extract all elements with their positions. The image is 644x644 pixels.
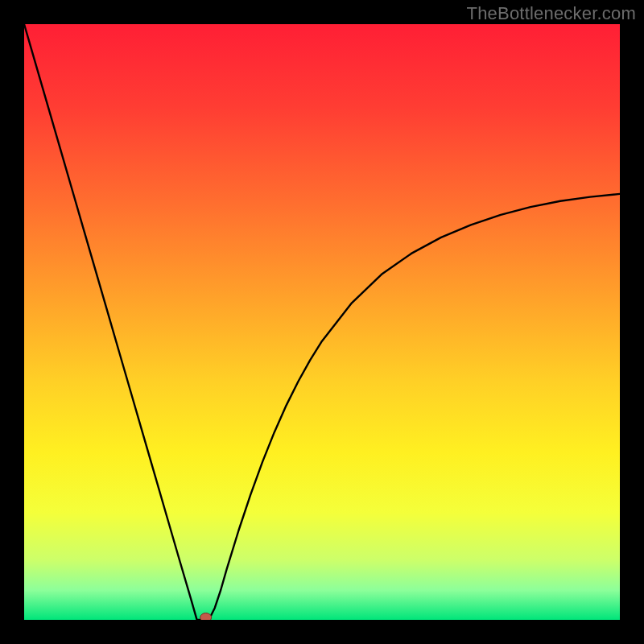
bottleneck-curve-chart	[24, 24, 620, 620]
optimal-point-marker	[200, 613, 212, 620]
gradient-background	[24, 24, 620, 620]
plot-area	[24, 24, 620, 620]
watermark-text: TheBottlenecker.com	[467, 3, 636, 24]
chart-frame: TheBottlenecker.com	[0, 0, 644, 644]
